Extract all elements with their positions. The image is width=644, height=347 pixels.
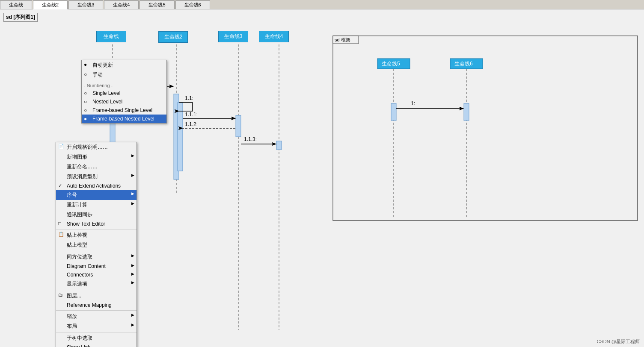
- radio-empty-4-icon: ○: [84, 107, 87, 113]
- svg-rect-27: [391, 103, 396, 121]
- menu-sequence-number[interactable]: 序号: [56, 190, 137, 200]
- submenu-frame-single-level[interactable]: ○ Frame-based Single Level: [82, 106, 166, 115]
- tab-lifeline3[interactable]: 生命线3: [68, 0, 103, 9]
- svg-text:1:: 1:: [411, 100, 415, 106]
- menu-show-text-editor[interactable]: □ Show Text Editor: [56, 220, 137, 228]
- menu-rename[interactable]: 重新命名……: [56, 162, 137, 172]
- menu-auto-extend[interactable]: ✓ Auto Extend Activations: [56, 182, 137, 190]
- svg-rect-21: [377, 59, 410, 69]
- checkbox-empty-icon: □: [58, 221, 61, 226]
- context-menu: 📄 开启规格说明…… 新增图形 重新命名…… 预设消息型别 ✓ Auto Ext…: [56, 142, 137, 347]
- svg-rect-19: [333, 36, 359, 44]
- svg-text:生命线6: 生命线6: [454, 61, 473, 67]
- tab-lifeline2[interactable]: 生命线2: [33, 0, 68, 9]
- svg-rect-6: [178, 103, 183, 171]
- menu-comm-sync[interactable]: 通讯图同步: [56, 210, 137, 220]
- tab-lifeline6[interactable]: 生命线6: [175, 0, 210, 9]
- submenu-frame-nested-level[interactable]: ● Frame-based Nested Level: [82, 115, 166, 123]
- separator-3: [56, 290, 137, 290]
- svg-rect-28: [464, 103, 469, 121]
- svg-rect-18: [333, 36, 638, 221]
- menu-recalculate[interactable]: 重新计算: [56, 200, 137, 210]
- submenu-manual[interactable]: ○ 手动: [82, 70, 166, 80]
- svg-rect-7: [236, 115, 241, 137]
- menu-paste-model[interactable]: 贴上模型: [56, 240, 137, 250]
- menu-open-spec[interactable]: 📄 开启规格说明……: [56, 142, 137, 152]
- svg-text:sd 框架: sd 框架: [335, 37, 350, 42]
- lifeline-header-3: 生命线3: [218, 31, 248, 42]
- menu-preset-msg[interactable]: 预设消息型别: [56, 172, 137, 182]
- submenu-sequence-number: ● 自动更新 ○ 手动 - Numbering - ○ Single Level…: [81, 60, 167, 124]
- menu-paste-view[interactable]: 📋 贴上检视: [56, 230, 137, 240]
- submenu-nested-level[interactable]: ○ Nested Level: [82, 97, 166, 106]
- lifeline-header-4: 生命线4: [259, 31, 289, 42]
- radio-empty-2-icon: ○: [84, 90, 87, 96]
- sd-label: sd [序列图1]: [3, 13, 38, 22]
- separator-5: [56, 332, 137, 332]
- radio-filled-2-icon: ●: [84, 116, 87, 122]
- separator-2: [56, 251, 137, 251]
- lifeline-header-2: 生命线2: [158, 31, 188, 43]
- svg-rect-8: [276, 141, 282, 150]
- watermark: CSDN @星际工程师: [597, 338, 640, 345]
- main-container: 生命线 生命线2 生命线3 生命线4 生命线5 生命线6 sd [序列图1] 生…: [0, 0, 644, 347]
- menu-layers[interactable]: 🗂 图层...: [56, 291, 137, 301]
- tab-bar: 生命线 生命线2 生命线3 生命线4 生命线5 生命线6: [0, 0, 644, 9]
- tab-lifeline4[interactable]: 生命线4: [104, 0, 139, 9]
- menu-diagram-content[interactable]: Diagram Content: [56, 262, 137, 271]
- menu-same-direction-select[interactable]: 同方位选取: [56, 252, 137, 262]
- lifeline-header-1: 生命线: [96, 31, 126, 42]
- canvas-area: sd [序列图1] 生命线 生命线2 生命线3 生命线4: [0, 9, 644, 347]
- menu-show-link[interactable]: Show Link...: [56, 343, 137, 347]
- numbering-group-label: - Numbering -: [82, 82, 166, 89]
- radio-empty-3-icon: ○: [84, 99, 87, 105]
- menu-zoom[interactable]: 缩放: [56, 312, 137, 321]
- separator-1: [56, 229, 137, 229]
- menu-reference-mapping[interactable]: Reference Mapping: [56, 301, 137, 309]
- svg-text:1.1.3:: 1.1.3:: [244, 136, 257, 142]
- menu-select-in-tree[interactable]: 于树中选取: [56, 333, 137, 343]
- menu-display-options[interactable]: 显示选项: [56, 279, 137, 289]
- check-icon: ✓: [58, 183, 62, 188]
- submenu-separator: [84, 81, 164, 81]
- svg-text:1.1:: 1.1:: [185, 95, 193, 101]
- menu-connectors[interactable]: Connectors: [56, 271, 137, 279]
- layers-icon: 🗂: [58, 292, 63, 297]
- svg-text:1.1.2:: 1.1.2:: [185, 121, 198, 127]
- svg-text:1.1.1:: 1.1.1:: [185, 112, 198, 118]
- svg-text:生命线5: 生命线5: [382, 61, 400, 67]
- svg-rect-5: [174, 94, 179, 179]
- menu-add-shape[interactable]: 新增图形: [56, 152, 137, 162]
- paste-icon: 📋: [58, 232, 64, 237]
- tab-lifeline5[interactable]: 生命线5: [139, 0, 174, 9]
- radio-filled-icon: ●: [84, 62, 87, 68]
- submenu-auto-update[interactable]: ● 自动更新: [82, 60, 166, 70]
- separator-4: [56, 310, 137, 311]
- tab-lifeline1[interactable]: 生命线: [0, 0, 32, 9]
- submenu-single-level[interactable]: ○ Single Level: [82, 89, 166, 97]
- radio-empty-icon: ○: [84, 71, 87, 77]
- menu-layout[interactable]: 布局: [56, 321, 137, 331]
- doc-icon: 📄: [58, 144, 64, 149]
- svg-rect-23: [450, 59, 483, 69]
